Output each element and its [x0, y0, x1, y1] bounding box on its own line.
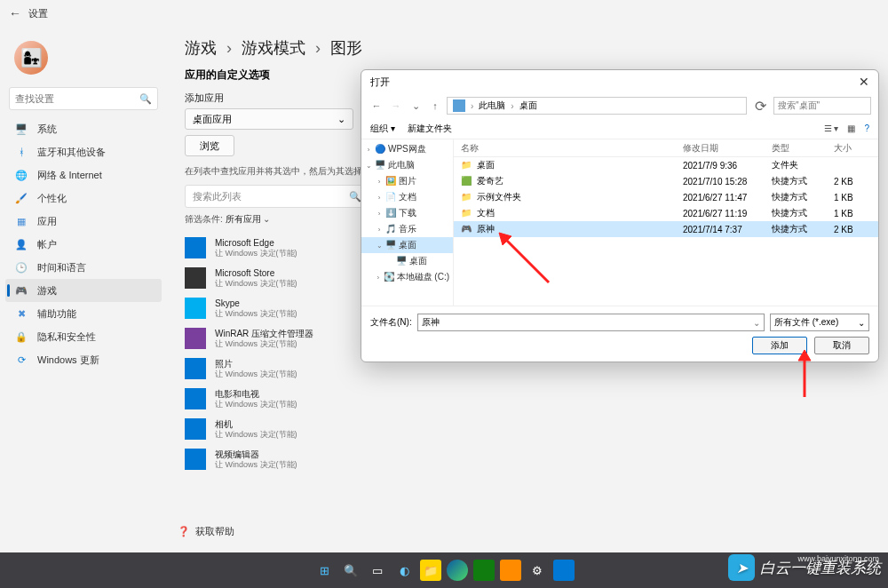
sidebar-item-应用[interactable]: ▦应用	[5, 210, 162, 233]
file-row[interactable]: 📁文档2021/6/27 11:19快捷方式1 KB	[454, 205, 878, 221]
tree-label: 图片	[399, 175, 416, 187]
chevron-icon[interactable]: ›	[376, 210, 383, 218]
path-segment[interactable]: 桌面	[519, 99, 537, 112]
path-bar[interactable]: › 此电脑 › 桌面	[447, 97, 747, 115]
settings-icon[interactable]: ⚙	[527, 560, 548, 581]
sidebar-item-帐户[interactable]: 👤帐户	[5, 233, 162, 256]
chevron-icon[interactable]: ⌄	[376, 242, 383, 250]
chevron-icon[interactable]: ›	[376, 226, 383, 234]
col-size[interactable]: 大小	[834, 142, 878, 155]
file-row[interactable]: 📁示例文件夹2021/6/27 11:47快捷方式1 KB	[454, 189, 878, 205]
app-icon[interactable]	[553, 560, 575, 581]
nav-label: 网络 & Internet	[37, 169, 102, 182]
nav-icon: 🕒	[14, 260, 28, 274]
organize-menu[interactable]: 组织 ▾	[370, 123, 395, 135]
explorer-icon[interactable]: 📁	[420, 560, 441, 581]
app-item[interactable]: 视频编辑器让 Windows 决定(节能)	[185, 444, 870, 474]
app-icon[interactable]	[473, 560, 495, 581]
app-name: 视频编辑器	[215, 449, 297, 460]
app-item[interactable]: 电影和电视让 Windows 决定(节能)	[185, 384, 870, 414]
chevron-down-icon[interactable]: ⌄	[408, 100, 424, 112]
search-icon: 🔍	[349, 191, 361, 203]
tree-item[interactable]: 🖥️桌面	[361, 253, 453, 269]
app-item[interactable]: 相机让 Windows 决定(节能)	[185, 414, 870, 444]
nav-back-icon[interactable]: ←	[369, 100, 385, 111]
file-type: 快捷方式	[772, 207, 834, 219]
app-name: Skype	[215, 298, 297, 309]
sidebar-item-蓝牙和其他设备[interactable]: ᚼ蓝牙和其他设备	[5, 140, 162, 163]
nav-label: 时间和语言	[37, 261, 86, 274]
filename-input[interactable]: 原神 ⌄	[417, 314, 765, 331]
tree-item[interactable]: ›⬇️下载	[361, 205, 453, 221]
nav-icon: 🌐	[14, 168, 28, 182]
tree-item[interactable]: ›🔵WPS网盘	[361, 141, 453, 157]
chevron-icon[interactable]: ⌄	[365, 162, 372, 170]
sidebar-item-隐私和安全性[interactable]: 🔒隐私和安全性	[5, 325, 162, 348]
filter-value[interactable]: 所有应用	[226, 214, 261, 224]
sidebar-item-时间和语言[interactable]: 🕒时间和语言	[5, 256, 162, 279]
add-button[interactable]: 添加	[752, 337, 807, 354]
col-type[interactable]: 类型	[772, 142, 834, 155]
app-icon	[185, 418, 206, 440]
tree-item[interactable]: ⌄🖥️桌面	[361, 237, 453, 253]
path-segment[interactable]: 此电脑	[479, 99, 505, 112]
widgets-icon[interactable]: ◐	[393, 560, 415, 581]
folder-icon: ⬇️	[385, 208, 396, 219]
cancel-button[interactable]: 取消	[814, 337, 869, 354]
col-date[interactable]: 修改日期	[683, 142, 772, 155]
nav-up-icon[interactable]: ↑	[427, 100, 443, 111]
close-icon[interactable]: ✕	[859, 75, 869, 89]
new-folder-button[interactable]: 新建文件夹	[408, 123, 452, 135]
file-row[interactable]: 🎮原神2021/7/14 7:37快捷方式2 KB	[454, 221, 878, 237]
nav-forward-icon[interactable]: →	[388, 100, 404, 111]
list-search[interactable]: 搜索此列表 🔍	[185, 185, 369, 208]
chevron-icon[interactable]: ›	[376, 178, 383, 186]
file-date: 2021/7/9 9:36	[683, 161, 772, 171]
file-type: 快捷方式	[772, 175, 834, 187]
browse-button[interactable]: 浏览	[185, 135, 234, 156]
col-name[interactable]: 名称	[454, 142, 683, 155]
dialog-search[interactable]: 搜索"桌面"	[773, 97, 871, 115]
tree-item[interactable]: ›📄文档	[361, 189, 453, 205]
sidebar-item-Windows 更新[interactable]: ⟳Windows 更新	[5, 348, 162, 371]
user-avatar[interactable]: 👩‍👧	[14, 41, 48, 75]
sidebar-search[interactable]: 🔍	[9, 87, 158, 110]
chevron-icon[interactable]: ›	[376, 194, 383, 202]
breadcrumb-item[interactable]: 游戏模式	[242, 39, 305, 57]
tree-item[interactable]: ⌄🖥️此电脑	[361, 157, 453, 173]
search-icon[interactable]: 🔍	[340, 560, 361, 581]
nav-icon: 🎮	[14, 283, 28, 298]
sidebar-item-网络 & Internet[interactable]: 🌐网络 & Internet	[5, 163, 162, 187]
edge-icon[interactable]	[447, 560, 468, 581]
nav-icon: ✖	[14, 306, 28, 321]
file-name: 爱奇艺	[477, 175, 503, 187]
tree-item[interactable]: ›🖼️图片	[361, 173, 453, 189]
chevron-icon[interactable]: ›	[376, 274, 381, 282]
tree-item[interactable]: ›💽本地磁盘 (C:)	[361, 269, 453, 285]
file-row[interactable]: 📁桌面2021/7/9 9:36文件夹	[454, 157, 878, 173]
chevron-down-icon[interactable]: ⌄	[753, 318, 760, 328]
folder-tree[interactable]: ›🔵WPS网盘⌄🖥️此电脑›🖼️图片›📄文档›⬇️下载›🎵音乐⌄🖥️桌面🖥️桌面…	[361, 139, 454, 306]
sidebar-item-游戏[interactable]: 🎮游戏	[5, 279, 162, 302]
tree-label: 下载	[399, 207, 416, 219]
view-details-icon[interactable]: ▦	[847, 123, 855, 133]
file-icon: 📁	[461, 208, 472, 219]
sidebar-item-个性化[interactable]: 🖌️个性化	[5, 187, 162, 210]
help-icon[interactable]: ?	[864, 123, 869, 133]
app-icon[interactable]	[500, 560, 521, 581]
get-help-link[interactable]: ❓ 获取帮助	[178, 525, 234, 538]
back-icon[interactable]: ←	[9, 6, 21, 20]
app-type-dropdown[interactable]: 桌面应用 ⌄	[185, 108, 353, 130]
file-row[interactable]: 🟩爱奇艺2021/7/10 15:28快捷方式2 KB	[454, 173, 878, 189]
file-type-filter[interactable]: 所有文件 (*.exe) ⌄	[770, 314, 869, 331]
sidebar-item-辅助功能[interactable]: ✖辅助功能	[5, 302, 162, 325]
view-icon[interactable]: ☰ ▾	[824, 123, 839, 133]
sidebar-item-系统[interactable]: 🖥️系统	[5, 117, 162, 140]
sidebar-search-input[interactable]	[15, 93, 139, 104]
breadcrumb-item[interactable]: 游戏	[185, 39, 217, 57]
chevron-icon[interactable]: ›	[365, 146, 372, 154]
start-icon[interactable]: ⊞	[313, 560, 335, 581]
task-view-icon[interactable]: ▭	[367, 560, 388, 581]
refresh-icon[interactable]: ⟳	[750, 98, 770, 115]
tree-item[interactable]: ›🎵音乐	[361, 221, 453, 237]
